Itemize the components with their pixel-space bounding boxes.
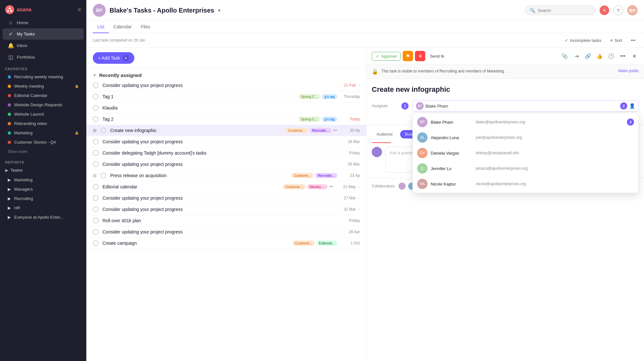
dropdown-user-jennifer[interactable]: JL Jennifer Lu jessica@apolloenterprises… [413, 161, 639, 176]
assignee-input-wrapper[interactable]: BP 2 👤 BP Blake Pham blake@apolloenterpr… [412, 100, 639, 112]
tab-calendar[interactable]: Calendar [109, 21, 136, 33]
task-checkbox[interactable] [93, 82, 99, 88]
sidebar-item-inbox[interactable]: 🔔 Inbox [3, 40, 84, 51]
team-managers[interactable]: ▶ Managers [3, 185, 84, 194]
tag-customer: Custome... [293, 241, 315, 246]
task-checkbox[interactable] [93, 184, 99, 190]
dropdown-user-email: jessica@apolloenterprises.org [476, 166, 528, 171]
show-more-button[interactable]: Show more [3, 147, 84, 156]
main-header: BP Blake's Tasks - Apollo Enterprises ▾ … [86, 0, 644, 21]
tab-list[interactable]: List [93, 21, 109, 33]
search-input[interactable] [538, 8, 591, 13]
task-row[interactable]: Consider updating your project progress … [86, 159, 366, 170]
dropdown-arrow-icon[interactable]: ▾ [123, 55, 129, 61]
dropdown-user-blake[interactable]: BP Blake Pham blake@apolloenterprises.or… [413, 114, 639, 130]
sidebar-collapse-button[interactable]: ≡ [78, 6, 81, 13]
task-checkbox[interactable] [101, 173, 106, 178]
task-row[interactable]: Tag 2 Spring C... g's tag Today [86, 114, 366, 125]
task-row[interactable]: Consider updating your project progress … [86, 80, 366, 91]
dropdown-user-daniela[interactable]: DV Daniela Vargas britney@randasana6.inf… [413, 145, 639, 161]
assignee-name-input[interactable] [426, 104, 618, 109]
dropdown-badge: 3 [627, 119, 634, 126]
task-checkbox[interactable] [93, 139, 99, 145]
sidebar-item-my-tasks[interactable]: ✓ My Tasks [3, 28, 84, 40]
approve-button[interactable]: ✓ Approve [372, 52, 401, 61]
task-row-active[interactable]: ⊞ Create new infographic Custome... Recr… [86, 125, 366, 136]
task-row[interactable]: Klaudia [86, 102, 366, 114]
team-marketing[interactable]: ▶ Marketing [3, 176, 84, 184]
task-checkbox[interactable] [93, 206, 99, 212]
dropdown-user-alejandro[interactable]: AL Alejandro Luna joel@apolloenterprises… [413, 130, 639, 145]
section-collapse-icon[interactable]: ▼ [93, 73, 97, 78]
task-row[interactable]: Consider updating your project progress … [86, 136, 366, 147]
collaborators-label: Collaborators [372, 184, 395, 188]
sidebar-item-home[interactable]: ⌂ Home [3, 17, 84, 28]
close-mark-button[interactable]: ✕ [415, 51, 425, 61]
incomplete-tasks-button[interactable]: ✓ Incomplete tasks [562, 37, 604, 44]
favorite-weekly[interactable]: Weekly meeting 🔒 [3, 82, 84, 90]
favorite-recruiting[interactable]: Recruiting weekly meeting [3, 72, 84, 81]
task-checkbox[interactable] [101, 128, 106, 133]
task-checkbox[interactable] [93, 161, 99, 167]
task-row[interactable]: Consider updating your project progress … [86, 193, 366, 204]
flag-button[interactable]: ⚑ [403, 51, 413, 61]
add-button[interactable]: + [600, 5, 609, 15]
task-checkbox[interactable] [93, 105, 99, 111]
person-icon[interactable]: 👤 [629, 103, 635, 109]
search-box[interactable]: 🔍 [525, 5, 596, 15]
favorite-rebranding[interactable]: Rebranding video [3, 119, 84, 128]
tab-files[interactable]: Files [136, 21, 155, 33]
task-checkbox[interactable] [93, 94, 99, 100]
attachment-icon[interactable]: 📎 [560, 52, 569, 61]
teams-section-header[interactable]: ▶ Teams [0, 166, 86, 175]
favorite-marketing[interactable]: Marketing 🔒 [3, 128, 84, 137]
more-options-icon[interactable]: ••• [618, 52, 627, 61]
favorite-label: Customer Stories - Q4 [14, 140, 56, 145]
clock-icon[interactable]: 🕐 [607, 52, 616, 61]
task-checkbox[interactable] [93, 229, 99, 235]
sidebar-item-label: Inbox [17, 43, 27, 48]
help-button[interactable]: ? [613, 5, 623, 15]
assignee-label: Assignee [372, 104, 398, 108]
task-row[interactable]: Consider delegating Tadgh [dummy account… [86, 147, 366, 159]
more-options-button[interactable]: ••• [629, 36, 638, 45]
sidebar-item-portfolios[interactable]: ◫ Portfolios [3, 52, 84, 63]
task-checkbox[interactable] [93, 195, 99, 201]
task-checkbox[interactable] [93, 218, 99, 223]
dot-icon [8, 113, 11, 116]
team-recruiting[interactable]: ▶ Recruiting [3, 194, 84, 203]
favorite-editorial[interactable]: Editorial Calendar [3, 91, 84, 100]
task-row[interactable]: Tag 1 Spring C... g's tag Thursday [86, 91, 366, 102]
task-row[interactable]: Create campaign Custome... Editorial... … [86, 238, 366, 249]
favorite-website-design[interactable]: Website Design Requests [3, 100, 84, 109]
task-checkbox[interactable] [93, 116, 99, 122]
task-row[interactable]: Roll over 401k plan Friday [86, 215, 366, 226]
sort-button[interactable]: ≡ Sort [608, 37, 625, 44]
audience-tab-audience[interactable]: Audience [372, 130, 398, 138]
close-button[interactable]: × [630, 52, 639, 61]
sort-icon: ≡ [610, 38, 613, 43]
task-checkbox[interactable] [93, 240, 99, 246]
share-icon[interactable]: ⇥ [572, 52, 581, 61]
task-arrow-icon: › [358, 195, 360, 201]
team-everyone[interactable]: ▶ Everyone at Apollo Enter... [3, 213, 84, 222]
dropdown-user-nicole[interactable]: NK Nicole Kaptur nicole@apolloenterprise… [413, 176, 639, 192]
task-row[interactable]: Consider updating your project progress … [86, 204, 366, 215]
link-icon[interactable]: 🔗 [583, 52, 592, 61]
make-public-button[interactable]: Make public [618, 69, 639, 73]
task-checkbox[interactable] [93, 150, 99, 156]
task-row[interactable]: Consider updating your project progress … [86, 226, 366, 238]
checkmark-icon: ✓ [376, 54, 380, 59]
assignee-badge-1: 1 [401, 102, 409, 109]
right-panel: ✓ Approve ⚑ ✕ Send fe 📎 ⇥ 🔗 👍 🕐 ••• × [367, 48, 644, 361]
title-dropdown-icon[interactable]: ▾ [218, 8, 220, 13]
team-hr[interactable]: ▶ HR [3, 204, 84, 212]
account-button[interactable]: BP [627, 5, 638, 15]
favorite-website-launch[interactable]: Website Launch [3, 110, 84, 119]
dropdown-user-email: joel@apolloenterprises.org [476, 135, 522, 140]
task-row[interactable]: Editorial calendar Custome... Weekly ...… [86, 181, 366, 193]
favorite-customer-stories[interactable]: Customer Stories - Q4 [3, 138, 84, 147]
like-icon[interactable]: 👍 [595, 52, 604, 61]
add-task-button[interactable]: + Add Task ▾ [93, 52, 134, 64]
task-row[interactable]: ⊟ Press release on acquisition Custome..… [86, 170, 366, 181]
